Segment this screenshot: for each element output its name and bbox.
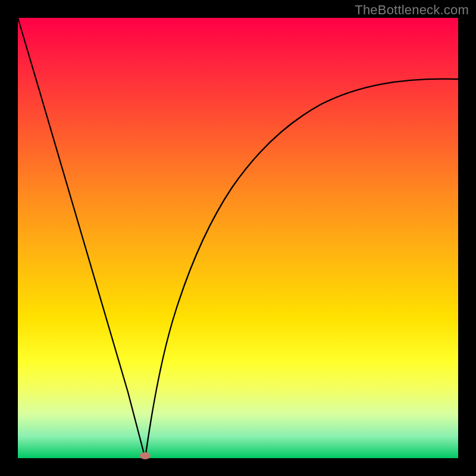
bottleneck-curve (18, 18, 458, 458)
curve-right-branch (145, 79, 458, 458)
watermark-text: TheBottleneck.com (355, 2, 469, 18)
curve-left-branch (18, 18, 145, 458)
chart-plot-area (18, 18, 458, 458)
curve-minimum-marker (140, 452, 151, 459)
